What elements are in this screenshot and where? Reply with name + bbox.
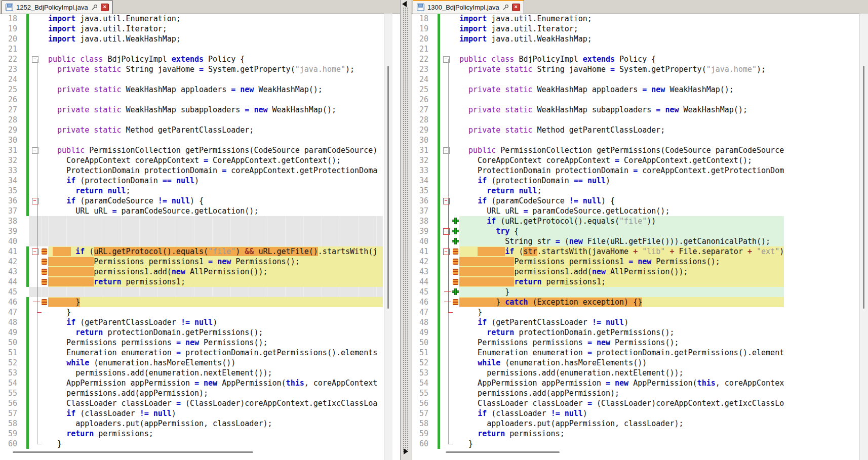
code-line[interactable]: 50 Permissions permissions = new Permiss… (411, 338, 784, 348)
code-line[interactable]: 27 private static WeakHashMap subappload… (0, 105, 383, 115)
code-line[interactable]: 35 return null; (411, 186, 784, 196)
code-line[interactable]: 59 return permissions; (411, 429, 784, 439)
code-editor-right[interactable]: 18import java.util.Enumeration;19import … (411, 14, 784, 449)
code-line[interactable]: 42 Permissions permissions1 = new Permis… (411, 257, 784, 267)
vertical-scrollbar-right[interactable] (859, 14, 868, 460)
code-line[interactable]: 58 apploaders.put(appPermission, classLo… (0, 419, 383, 429)
code-line[interactable]: 49 return protectionDomain.getPermission… (411, 327, 784, 338)
code-line[interactable]: 21 (411, 44, 784, 54)
code-line[interactable]: 43 permissions1.add(new AllPermission())… (411, 267, 784, 277)
horizontal-scroll-thumb-right[interactable] (446, 451, 560, 453)
code-line[interactable]: 47 } (0, 307, 383, 317)
code-line[interactable]: 39 try { (411, 226, 784, 236)
code-line[interactable]: 36 if (paramCodeSource != null) { (411, 196, 784, 206)
code-line[interactable]: 53 permissions.add(enumeration.nextEleme… (0, 368, 383, 378)
code-line[interactable]: 39 (0, 226, 383, 236)
code-line[interactable]: 51 Enumeration enumeration = protectionD… (0, 348, 383, 358)
code-line[interactable]: 60 } (0, 439, 383, 449)
code-line[interactable]: 21 (0, 44, 383, 54)
diff-fold-toggle-icon[interactable] (32, 248, 38, 255)
code-line[interactable]: 32 CoreAppContext coreAppContext = CoreA… (411, 155, 784, 165)
code-line[interactable]: 28 (411, 115, 784, 125)
code-line[interactable]: 42 Permissions permissions1 = new Permis… (0, 257, 383, 267)
code-line[interactable]: 57 if (classLoader != null) (411, 408, 784, 419)
tab-right-file[interactable]: 1300_BdjPolicyImpl.java × (413, 0, 524, 14)
code-line[interactable]: 48 if (getParentClassLoader != null) (0, 317, 383, 327)
code-line[interactable]: 33 ProtectionDomain protectionDomain = c… (0, 165, 383, 176)
code-line[interactable]: 37 URL uRL = paramCodeSource.getLocation… (0, 206, 383, 216)
code-line[interactable]: 30 (411, 135, 784, 145)
diff-fold-toggle-icon[interactable] (443, 198, 450, 204)
code-line[interactable]: 52 while (enumeration.hasMoreElements()) (0, 358, 383, 368)
vertical-scrollbar-left[interactable] (384, 14, 392, 460)
fold-toggle-icon[interactable] (32, 56, 38, 63)
code-line[interactable]: 58 apploaders.put(appPermission, classLo… (411, 419, 784, 429)
code-line[interactable]: 55 permissions.add(appPermission); (0, 388, 383, 398)
code-line[interactable]: 53 permissions.add(enumeration.nextEleme… (411, 368, 784, 378)
close-icon[interactable]: × (101, 4, 109, 11)
code-line[interactable]: 45 } (411, 287, 784, 297)
code-line[interactable]: 43 permissions1.add(new AllPermission())… (0, 267, 383, 277)
code-line[interactable]: 26 (0, 95, 383, 105)
code-line[interactable]: 41 if (str.startsWith(javaHome + "lib" +… (411, 246, 784, 257)
code-line[interactable]: 29 private static Method getParentClassL… (0, 125, 383, 135)
code-line[interactable]: 55 permissions.add(appPermission); (411, 388, 784, 398)
code-line[interactable]: 50 Permissions permissions = new Permiss… (0, 338, 383, 348)
code-line[interactable]: 27 private static WeakHashMap subappload… (411, 105, 784, 115)
code-line[interactable]: 20import java.util.WeakHashMap; (411, 34, 784, 44)
code-line[interactable]: 59 return permissions; (0, 429, 383, 439)
code-line[interactable]: 44 return permissions1; (411, 277, 784, 287)
close-icon[interactable]: × (512, 4, 520, 11)
code-line[interactable]: 23 private static String javaHome = Syst… (0, 64, 383, 74)
code-line[interactable]: 19import java.util.Iterator; (411, 24, 784, 34)
code-line[interactable]: 23 private static String javaHome = Syst… (411, 64, 784, 74)
splitter-grip-icon[interactable] (403, 7, 409, 453)
collapse-right-arrow-icon[interactable] (404, 448, 408, 454)
fold-toggle-icon[interactable] (32, 147, 38, 154)
fold-toggle-icon[interactable] (443, 147, 450, 154)
code-line[interactable]: 47 } (411, 307, 784, 317)
code-line[interactable]: 36 if (paramCodeSource != null) { (0, 196, 383, 206)
vertical-scroll-thumb-right[interactable] (863, 66, 864, 309)
code-line[interactable]: 22public class BdjPolicyImpl extends Pol… (0, 54, 383, 64)
vertical-scroll-thumb-left[interactable] (387, 66, 389, 309)
code-line[interactable]: 57 if (classLoader != null) (0, 408, 383, 419)
code-line[interactable]: 29 private static Method getParentClassL… (411, 125, 784, 135)
code-line[interactable]: 49 return protectionDomain.getPermission… (0, 327, 383, 338)
code-line[interactable]: 40 String str = (new File(uRL.getFile())… (411, 236, 784, 246)
code-line[interactable]: 34 if (protectionDomain == null) (411, 176, 784, 186)
code-line[interactable]: 54 AppPermission appPermission = new App… (0, 378, 383, 388)
pin-icon[interactable] (91, 4, 98, 11)
fold-toggle-icon[interactable] (443, 56, 450, 63)
code-line[interactable]: 20import java.util.WeakHashMap; (0, 34, 383, 44)
code-line[interactable]: 38 (0, 216, 383, 226)
code-line[interactable]: 41 if (uRL.getProtocol().equals("file") … (0, 246, 383, 257)
code-line[interactable]: 46 } (0, 297, 383, 307)
code-line[interactable]: 60 } (411, 439, 784, 449)
code-line[interactable]: 28 (0, 115, 383, 125)
code-line[interactable]: 24 (411, 74, 784, 85)
code-line[interactable]: 46 } catch (Exception exception) {} (411, 297, 784, 307)
code-line[interactable]: 38 if (uRL.getProtocol().equals("file")) (411, 216, 784, 226)
code-line[interactable]: 54 AppPermission appPermission = new App… (411, 378, 784, 388)
code-line[interactable]: 32 CoreAppContext coreAppContext = CoreA… (0, 155, 383, 165)
diff-fold-toggle-icon[interactable] (443, 248, 450, 255)
code-line[interactable]: 19import java.util.Iterator; (0, 24, 383, 34)
code-line[interactable]: 37 URL uRL = paramCodeSource.getLocation… (411, 206, 784, 216)
code-line[interactable]: 35 return null; (0, 186, 383, 196)
code-line[interactable]: 51 Enumeration enumeration = protectionD… (411, 348, 784, 358)
code-line[interactable]: 31 public PermissionCollection getPermis… (0, 145, 383, 155)
code-line[interactable]: 56 ClassLoader classLoader = (ClassLoade… (0, 398, 383, 408)
code-editor-left[interactable]: 18import java.util.Enumeration;19import … (0, 14, 383, 449)
code-line[interactable]: 24 (0, 74, 383, 85)
code-line[interactable]: 52 while (enumeration.hasMoreElements()) (411, 358, 784, 368)
code-line[interactable]: 45 (0, 287, 383, 297)
horizontal-scroll-thumb-left[interactable] (13, 451, 253, 453)
collapse-left-arrow-icon[interactable] (402, 1, 407, 7)
tab-left-file[interactable]: 1252_BdjPolicyImpl.java × (2, 1, 113, 14)
code-line[interactable]: 18import java.util.Enumeration; (0, 14, 383, 24)
code-line[interactable]: 25 private static WeakHashMap apploaders… (0, 85, 383, 95)
code-line[interactable]: 48 if (getParentClassLoader != null) (411, 317, 784, 327)
code-line[interactable]: 40 (0, 236, 383, 246)
diff-fold-toggle-icon[interactable] (443, 228, 450, 235)
